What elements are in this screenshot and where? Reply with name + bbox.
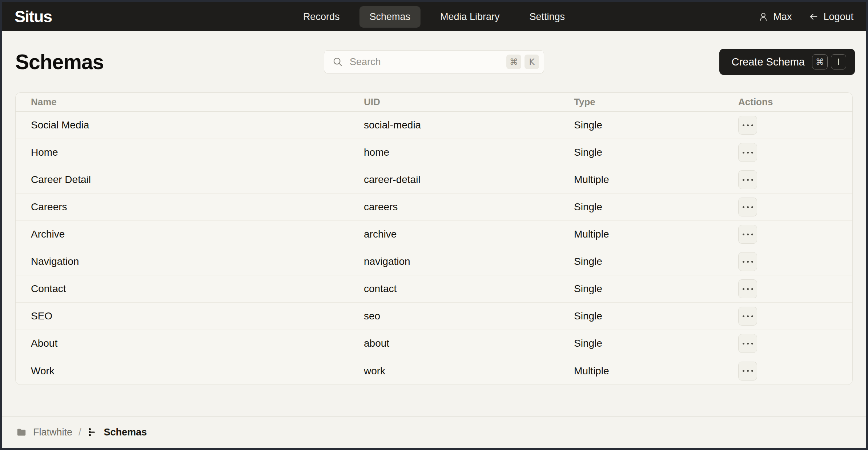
table-row[interactable]: Career Detail career-detail Multiple bbox=[16, 166, 852, 194]
row-actions-button[interactable] bbox=[738, 334, 757, 353]
ellipsis-icon bbox=[743, 261, 744, 263]
folder-icon bbox=[16, 427, 27, 438]
logout-button[interactable]: Logout bbox=[808, 11, 853, 23]
create-shortcut-i-key: I bbox=[831, 54, 846, 69]
schema-uid-cell: social-media bbox=[364, 119, 574, 131]
user-icon bbox=[758, 12, 768, 22]
schema-type-cell: Single bbox=[574, 119, 738, 131]
row-actions-button[interactable] bbox=[738, 170, 757, 189]
ellipsis-icon bbox=[743, 288, 744, 290]
ellipsis-icon bbox=[743, 124, 744, 126]
schema-type-cell: Multiple bbox=[574, 228, 738, 240]
schema-type-cell: Single bbox=[574, 283, 738, 295]
breadcrumb-project[interactable]: Flatwhite bbox=[33, 427, 72, 438]
user-menu[interactable]: Max bbox=[758, 11, 792, 23]
schema-type-cell: Single bbox=[574, 338, 738, 349]
column-header-type: Type bbox=[574, 96, 738, 108]
table-row[interactable]: SEO seo Single bbox=[16, 303, 852, 330]
schema-uid-cell: about bbox=[364, 338, 574, 349]
create-schema-button[interactable]: Create Schema ⌘ I bbox=[719, 49, 855, 75]
page-header: Schemas ⌘ K Create Schema ⌘ I bbox=[2, 31, 866, 92]
table-row[interactable]: Social Media social-media Single bbox=[16, 112, 852, 139]
nav-item-records[interactable]: Records bbox=[293, 6, 350, 28]
schema-name-cell: SEO bbox=[16, 310, 364, 322]
schema-name-cell: Archive bbox=[16, 228, 364, 240]
nav-item-schemas[interactable]: Schemas bbox=[359, 6, 421, 28]
schema-name-cell: Home bbox=[16, 147, 364, 158]
schema-name-cell: Careers bbox=[16, 201, 364, 213]
table-row[interactable]: Work work Multiple bbox=[16, 357, 852, 385]
schema-name-cell: Work bbox=[16, 365, 364, 377]
schema-uid-cell: careers bbox=[364, 201, 574, 213]
navbar-right: Max Logout bbox=[758, 11, 853, 23]
table-row[interactable]: Careers careers Single bbox=[16, 194, 852, 221]
table-row[interactable]: About about Single bbox=[16, 330, 852, 357]
schemas-table: Name UID Type Actions Social Media socia… bbox=[15, 92, 853, 385]
table-row[interactable]: Navigation navigation Single bbox=[16, 248, 852, 275]
arrow-left-icon bbox=[808, 12, 819, 22]
schema-type-cell: Multiple bbox=[574, 365, 738, 377]
logout-label: Logout bbox=[823, 11, 853, 23]
table-header-row: Name UID Type Actions bbox=[16, 93, 852, 112]
row-actions-button[interactable] bbox=[738, 307, 757, 326]
row-actions-button[interactable] bbox=[738, 362, 757, 381]
row-actions-button[interactable] bbox=[738, 198, 757, 216]
table-row[interactable]: Home home Single bbox=[16, 139, 852, 166]
search-input[interactable] bbox=[349, 56, 506, 68]
search-icon bbox=[332, 56, 343, 67]
top-navbar: Situs Records Schemas Media Library Sett… bbox=[2, 2, 866, 31]
row-actions-button[interactable] bbox=[738, 252, 757, 271]
user-name: Max bbox=[773, 11, 792, 23]
breadcrumb-current-page: Schemas bbox=[104, 427, 147, 438]
table-row[interactable]: Contact contact Single bbox=[16, 275, 852, 303]
ellipsis-icon bbox=[743, 152, 744, 154]
schema-uid-cell: contact bbox=[364, 283, 574, 295]
column-header-name: Name bbox=[16, 96, 364, 108]
row-actions-button[interactable] bbox=[738, 143, 757, 162]
table-body: Social Media social-media Single Home ho… bbox=[16, 112, 852, 385]
row-actions-button[interactable] bbox=[738, 279, 757, 298]
column-header-actions: Actions bbox=[738, 96, 852, 108]
page-title: Schemas bbox=[15, 50, 104, 74]
row-actions-button[interactable] bbox=[738, 225, 757, 244]
schema-uid-cell: seo bbox=[364, 310, 574, 322]
create-shortcut-cmd-key: ⌘ bbox=[812, 54, 828, 69]
content-spacer bbox=[2, 385, 866, 416]
schema-type-cell: Multiple bbox=[574, 174, 738, 186]
schema-type-cell: Single bbox=[574, 310, 738, 322]
table-row[interactable]: Archive archive Multiple bbox=[16, 221, 852, 248]
schema-type-cell: Single bbox=[574, 201, 738, 213]
column-header-uid: UID bbox=[364, 96, 574, 108]
search-box[interactable]: ⌘ K bbox=[324, 50, 544, 73]
schema-name-cell: Contact bbox=[16, 283, 364, 295]
schema-name-cell: Navigation bbox=[16, 256, 364, 267]
schema-uid-cell: home bbox=[364, 147, 574, 158]
ellipsis-icon bbox=[743, 370, 744, 372]
row-actions-button[interactable] bbox=[738, 116, 757, 135]
schema-uid-cell: archive bbox=[364, 228, 574, 240]
search-shortcut-k-key: K bbox=[525, 55, 539, 69]
ellipsis-icon bbox=[743, 234, 744, 235]
schema-uid-cell: navigation bbox=[364, 256, 574, 267]
ellipsis-icon bbox=[743, 343, 744, 345]
schema-name-cell: Career Detail bbox=[16, 174, 364, 186]
schema-type-cell: Single bbox=[574, 256, 738, 267]
search-shortcut-cmd-key: ⌘ bbox=[506, 55, 521, 69]
ellipsis-icon bbox=[743, 315, 744, 317]
ellipsis-icon bbox=[743, 206, 744, 208]
app-logo: Situs bbox=[15, 7, 52, 26]
breadcrumb-separator: / bbox=[79, 427, 81, 438]
breadcrumb: Flatwhite / Schemas bbox=[2, 416, 866, 448]
schema-uid-cell: work bbox=[364, 365, 574, 377]
schema-name-cell: Social Media bbox=[16, 119, 364, 131]
schema-name-cell: About bbox=[16, 338, 364, 349]
schema-type-cell: Single bbox=[574, 147, 738, 158]
create-schema-label: Create Schema bbox=[732, 56, 805, 68]
nav-item-media-library[interactable]: Media Library bbox=[430, 6, 510, 28]
schema-icon bbox=[88, 427, 98, 437]
schema-uid-cell: career-detail bbox=[364, 174, 574, 186]
main-nav: Records Schemas Media Library Settings bbox=[293, 6, 575, 28]
ellipsis-icon bbox=[743, 179, 744, 181]
nav-item-settings[interactable]: Settings bbox=[519, 6, 575, 28]
